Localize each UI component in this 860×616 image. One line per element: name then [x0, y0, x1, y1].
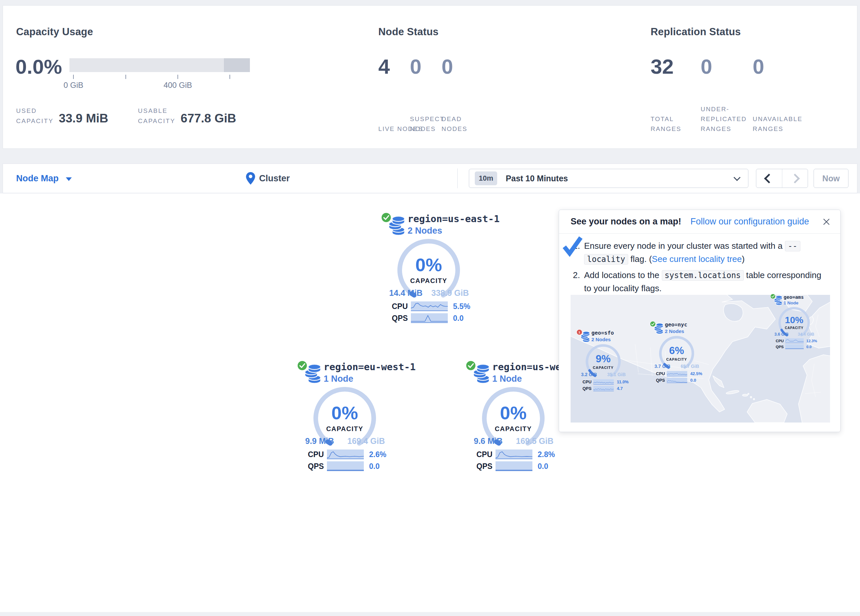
popup-instructions: 1.Ensure every node in your cluster was … — [573, 240, 827, 298]
capacity-total-value: 169.4 GiB — [347, 436, 385, 446]
time-range-select[interactable]: 10m Past 10 Minutes — [469, 169, 749, 188]
popup-title: See your nodes on a map! — [571, 216, 681, 227]
capacity-label: CAPACITY — [769, 326, 819, 330]
stat-value: 4 — [378, 55, 410, 78]
capacity-total-value: 338.9 GiB — [431, 288, 469, 298]
capacity-bar-other — [224, 58, 250, 72]
cpu-sparkline — [411, 301, 448, 311]
qps-row: QPS 0.0 — [656, 378, 704, 383]
step-number: 2. — [573, 269, 580, 282]
cpu-row: CPU 11.0% — [582, 379, 631, 385]
database-nodes-icon — [580, 331, 591, 343]
node-locality-group[interactable]: 1 geo=sfo 2 Nodes 9% CAPACITY 3.2 GiB 35… — [576, 329, 631, 393]
cpu-label: CPU — [656, 371, 665, 376]
stat-item: 32 TOTAL RANGES — [651, 55, 701, 134]
close-icon[interactable] — [822, 218, 830, 226]
capacity-percent: 6% — [649, 345, 704, 356]
used-capacity: USED CAPACITY 33.9 MiB — [16, 106, 108, 126]
qps-sparkline — [411, 313, 448, 323]
chevron-down-icon — [734, 176, 739, 181]
cpu-row: CPU 2.8% — [476, 450, 563, 459]
cpu-value: 11.0% — [617, 379, 629, 384]
location-pin-icon — [246, 172, 255, 185]
qps-value: 0.0 — [538, 462, 548, 471]
capacity-axis-tick — [177, 75, 178, 79]
breadcrumb-label: Cluster — [259, 173, 290, 183]
node-locality-group[interactable]: region=us-west-1 1 Node 0% CAPACITY 9.6 … — [464, 360, 563, 475]
capacity-total-value: 169.5 GiB — [516, 436, 554, 446]
capacity-used-value: 9.9 MiB — [305, 436, 334, 446]
code-span: locality — [584, 254, 628, 265]
locality-label: geo=ams — [784, 294, 804, 300]
locality-label: geo=nyc — [665, 321, 687, 328]
cpu-label: CPU — [308, 450, 324, 459]
database-nodes-icon — [774, 296, 783, 306]
capacity-axis-tick — [229, 75, 230, 79]
capacity-used-value: 9.6 MiB — [474, 436, 503, 446]
stat-item: 0 UNDER-REPLICATED RANGES — [701, 55, 753, 134]
database-nodes-icon — [472, 364, 491, 384]
now-button[interactable]: Now — [814, 169, 849, 188]
node-status-stats: 4 LIVE NODES 0 SUSPECT NODES 0 DEAD NODE… — [378, 55, 473, 134]
cpu-value: 2.6% — [369, 450, 386, 459]
step-text: Add locations to the — [584, 270, 662, 280]
toolbar: Node Map Cluster 10m Past 10 Minutes Now — [3, 163, 857, 193]
stat-value: 0 — [410, 55, 441, 78]
database-nodes-icon — [387, 216, 407, 236]
qps-sparkline — [593, 386, 614, 391]
qps-label: QPS — [476, 462, 493, 471]
capacity-percent: 0% — [295, 402, 394, 423]
stat-label: UNAVAILABLE RANGES — [753, 114, 799, 134]
stat-item: 0 DEAD NODES — [441, 55, 473, 134]
cpu-label: CPU — [776, 339, 784, 343]
code-span: -- — [785, 241, 800, 251]
stat-label: DEAD NODES — [441, 114, 488, 134]
node-locality-group[interactable]: region=us-east-1 2 Nodes 0% CAPACITY 14.… — [379, 212, 478, 326]
popup-header: See your nodes on a map! Follow our conf… — [559, 210, 840, 234]
qps-value: 4.7 — [617, 386, 623, 391]
cockroachdb-cluster-overview: Capacity Usage 0.0% 0 GiB400 GiB USED CA… — [0, 0, 860, 616]
cpu-sparkline — [327, 450, 364, 459]
time-back-button[interactable] — [756, 169, 782, 188]
qps-value: 0.0 — [690, 378, 696, 383]
qps-row: QPS 0.0 — [476, 461, 563, 471]
qps-sparkline — [785, 344, 804, 349]
cpu-row: CPU 12.3% — [776, 338, 819, 343]
view-dropdown[interactable]: Node Map — [16, 173, 72, 183]
node-locality-group[interactable]: region=eu-west-1 1 Node 0% CAPACITY 9.9 … — [295, 360, 394, 475]
node-count-label: 2 Nodes — [591, 337, 611, 343]
view-dropdown-label: Node Map — [16, 173, 59, 183]
stat-label: TOTAL RANGES — [651, 114, 697, 134]
locality-tree-link[interactable]: See current locality tree — [652, 254, 742, 264]
capacity-total-value: 65.7 GiB — [681, 364, 699, 369]
qps-label: QPS — [392, 314, 408, 323]
cpu-row: CPU 2.6% — [308, 450, 394, 459]
stat-value: 32 — [651, 55, 701, 78]
stat-item: 4 LIVE NODES — [378, 55, 410, 134]
capacity-percent: 0% — [379, 254, 478, 276]
step-text: ) — [742, 254, 745, 264]
capacity-label: CAPACITY — [649, 357, 704, 362]
replication-status-stats: 32 TOTAL RANGES 0 UNDER-REPLICATED RANGE… — [651, 55, 809, 134]
cpu-value: 5.5% — [453, 302, 470, 311]
capacity-used-value: 3.7 GiB — [654, 364, 670, 369]
qps-label: QPS — [582, 386, 591, 391]
cpu-label: CPU — [392, 302, 408, 311]
node-count-label: 2 Nodes — [408, 226, 442, 236]
replication-status-title: Replication Status — [651, 26, 741, 38]
toolbar-divider — [457, 168, 458, 188]
breadcrumb-cluster[interactable]: Cluster — [246, 164, 290, 193]
node-locality-group[interactable]: geo=ams 1 Node 10% CAPACITY 3.6 GiB 34.4… — [769, 293, 819, 351]
configuration-guide-link[interactable]: Follow our configuration guide — [691, 216, 809, 227]
time-forward-button[interactable] — [782, 169, 808, 188]
qps-sparkline — [327, 461, 364, 471]
qps-sparkline — [667, 378, 687, 383]
capacity-label: CAPACITY — [379, 277, 478, 285]
node-locality-group[interactable]: geo=nyc 2 Nodes 6% CAPACITY 3.7 GiB 65.7… — [649, 321, 704, 385]
stat-value: 0 — [441, 55, 473, 78]
node-count-label: 1 Node — [324, 374, 353, 384]
caret-down-icon — [66, 177, 72, 181]
cpu-sparkline — [785, 338, 804, 343]
usable-capacity-value: 677.8 GiB — [181, 111, 236, 126]
setup-step: 2.Add locations to the system.locations … — [573, 269, 827, 295]
